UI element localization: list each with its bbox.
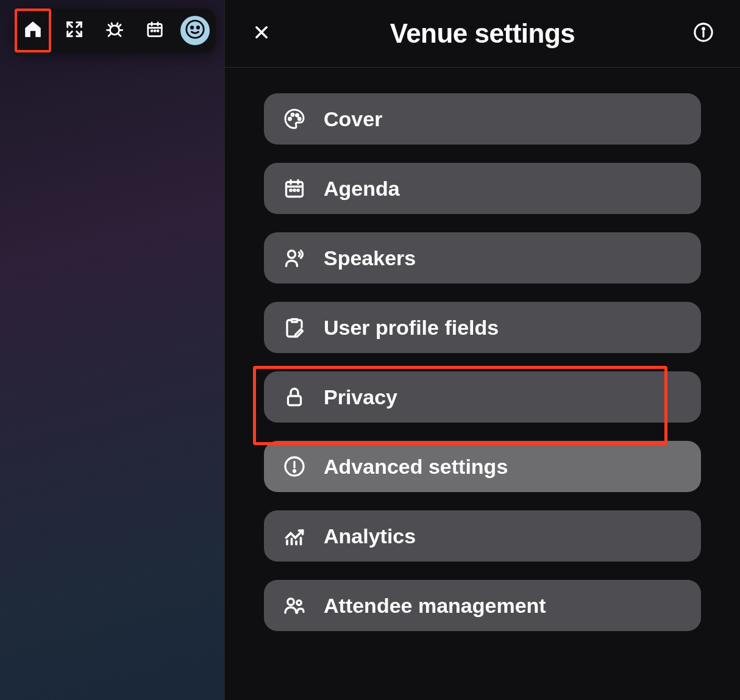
calendar-icon <box>146 20 164 41</box>
speaker-icon <box>282 246 307 270</box>
svg-point-3 <box>154 30 155 32</box>
lock-icon <box>282 385 307 409</box>
menu-item-cover[interactable]: Cover <box>264 93 701 145</box>
menu-label: User profile fields <box>324 316 499 340</box>
menu-item-attendee-management[interactable]: Attendee management <box>264 580 701 631</box>
svg-point-21 <box>294 470 296 472</box>
svg-point-7 <box>197 26 199 28</box>
venue-settings-panel: Venue settings Cove <box>224 0 740 700</box>
svg-point-2 <box>151 30 152 32</box>
panel-title: Venue settings <box>390 18 575 49</box>
clipboard-edit-icon <box>282 315 307 340</box>
home-button[interactable] <box>15 9 51 52</box>
expand-icon <box>65 20 84 41</box>
menu-item-privacy[interactable]: Privacy <box>264 371 701 423</box>
close-button[interactable] <box>251 23 272 45</box>
svg-point-17 <box>297 190 299 191</box>
info-button[interactable] <box>692 23 714 45</box>
menu-item-user-profile-fields[interactable]: User profile fields <box>264 302 701 353</box>
svg-point-10 <box>289 118 291 120</box>
calendar-icon <box>282 176 307 201</box>
svg-point-6 <box>191 26 193 28</box>
avatar-icon <box>185 19 205 42</box>
svg-point-12 <box>296 114 299 116</box>
analytics-icon <box>282 524 307 548</box>
bug-icon <box>105 20 124 41</box>
svg-point-22 <box>288 599 294 605</box>
svg-point-18 <box>288 251 296 258</box>
info-icon <box>693 22 714 45</box>
menu-item-agenda[interactable]: Agenda <box>264 163 701 214</box>
panel-header: Venue settings <box>225 0 740 68</box>
menu-item-advanced-settings[interactable]: Advanced settings <box>264 441 701 492</box>
calendar-button[interactable] <box>140 16 169 45</box>
svg-rect-19 <box>288 396 301 405</box>
menu-label: Privacy <box>324 385 397 409</box>
svg-point-23 <box>297 601 302 605</box>
menu-label: Attendee management <box>324 594 546 618</box>
svg-point-16 <box>294 190 295 191</box>
menu-label: Speakers <box>324 246 416 270</box>
menu-label: Cover <box>324 107 382 131</box>
profile-button[interactable] <box>180 16 210 45</box>
svg-point-11 <box>291 113 294 116</box>
settings-menu: Cover Agenda <box>225 68 740 631</box>
expand-button[interactable] <box>60 16 89 45</box>
svg-point-4 <box>157 30 158 32</box>
home-icon <box>23 19 43 42</box>
debug-button[interactable] <box>100 16 129 45</box>
people-icon <box>282 593 307 618</box>
palette-icon <box>282 107 307 131</box>
alert-circle-icon <box>282 454 307 479</box>
close-icon <box>253 24 270 43</box>
menu-label: Analytics <box>324 524 416 548</box>
menu-item-speakers[interactable]: Speakers <box>264 232 701 284</box>
svg-point-15 <box>290 190 291 191</box>
svg-point-13 <box>298 118 301 120</box>
top-toolbar <box>15 9 216 52</box>
svg-point-5 <box>187 21 204 38</box>
svg-point-9 <box>703 28 705 30</box>
menu-item-analytics[interactable]: Analytics <box>264 510 701 562</box>
menu-label: Agenda <box>324 177 400 201</box>
menu-label: Advanced settings <box>324 455 508 479</box>
